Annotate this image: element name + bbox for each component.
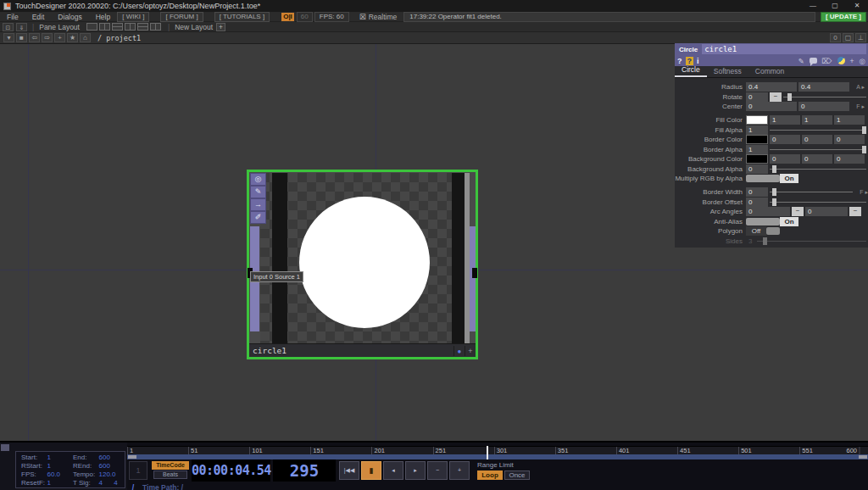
add-parameter-icon[interactable]: + bbox=[850, 57, 854, 65]
arrow-icon[interactable]: → bbox=[250, 198, 266, 211]
info-value[interactable]: 1 bbox=[47, 479, 74, 487]
range-plus-button[interactable]: + bbox=[449, 461, 470, 480]
param-field[interactable]: 0 bbox=[802, 135, 832, 144]
export-flag-tag[interactable]: A ▸ bbox=[851, 84, 865, 91]
layout-preset-button[interactable] bbox=[150, 23, 161, 31]
timecode-mode-button[interactable]: TimeCode bbox=[152, 461, 189, 470]
circle-top-node[interactable]: ◎✎→✐ Input 0 Source 1 circle1 ●+ bbox=[247, 170, 478, 359]
realtime-toggle[interactable]: ☒ Realtime bbox=[359, 13, 398, 21]
add-bookmark-icon[interactable]: + bbox=[54, 33, 65, 42]
param-slider[interactable] bbox=[757, 237, 866, 246]
param-slider[interactable] bbox=[783, 92, 866, 102]
float-window-icon[interactable]: ▢ bbox=[843, 33, 854, 42]
menu-item-file[interactable]: File bbox=[0, 13, 25, 21]
clear-icon[interactable]: ⌦ bbox=[822, 57, 832, 65]
param-slider[interactable] bbox=[770, 125, 866, 135]
param-field[interactable]: 0 bbox=[746, 92, 768, 102]
language-icon[interactable]: ◎ bbox=[860, 57, 865, 65]
step-back-button[interactable]: ◂ bbox=[383, 461, 403, 480]
toggle-on[interactable]: On bbox=[746, 174, 798, 183]
once-button[interactable]: Once bbox=[504, 471, 530, 480]
param-field[interactable]: 1 bbox=[802, 115, 832, 125]
tab-common[interactable]: Common bbox=[748, 67, 791, 77]
timeline-pane-button[interactable]: 1 bbox=[129, 461, 147, 480]
info-value[interactable]: 600 bbox=[99, 454, 125, 462]
close-icon[interactable]: ✕ bbox=[846, 0, 868, 12]
param-slider[interactable] bbox=[770, 145, 866, 154]
brush-icon[interactable]: ✐ bbox=[250, 211, 266, 224]
loop-button[interactable]: Loop bbox=[477, 471, 503, 480]
timeline-ruler[interactable]: 151101151201251301351401451501551600 bbox=[127, 446, 868, 454]
slider-handle[interactable] bbox=[763, 237, 767, 245]
param-field[interactable]: 0 bbox=[746, 102, 797, 111]
info-value[interactable]: 1 bbox=[47, 454, 74, 462]
new-layout-add-button[interactable]: + bbox=[216, 23, 225, 31]
toggle-on[interactable]: On bbox=[746, 217, 798, 226]
ladder-button[interactable]: − bbox=[770, 92, 782, 102]
range-start-handle[interactable] bbox=[128, 455, 136, 459]
param-field[interactable]: 0 bbox=[802, 154, 832, 164]
pane-type-dropdown-icon[interactable]: ▾ bbox=[3, 33, 14, 42]
forward-arrow-icon[interactable]: ⇨ bbox=[42, 33, 53, 42]
ladder-button[interactable]: − bbox=[849, 207, 861, 216]
menu-item-help[interactable]: Help bbox=[89, 13, 117, 21]
node-color-dot-icon[interactable]: ● bbox=[453, 346, 465, 356]
color-swatch[interactable] bbox=[746, 115, 768, 125]
menu-item-edit[interactable]: Edit bbox=[25, 13, 52, 21]
range-minus-button[interactable]: − bbox=[427, 461, 448, 480]
ladder-button[interactable]: − bbox=[792, 207, 804, 216]
step-forward-button[interactable]: ▸ bbox=[405, 461, 426, 480]
pin-icon[interactable]: ⊥ bbox=[855, 33, 866, 42]
python-icon[interactable] bbox=[837, 57, 845, 64]
param-field[interactable]: 1 bbox=[770, 115, 800, 125]
node-add-icon[interactable]: + bbox=[465, 346, 476, 356]
save-layout-icon[interactable]: ⇓ bbox=[16, 23, 27, 31]
layout-preset-button[interactable] bbox=[137, 23, 148, 31]
frame-display[interactable]: 295 bbox=[273, 459, 336, 482]
param-field[interactable]: 0 bbox=[746, 164, 768, 174]
python-help-icon[interactable]: ? bbox=[686, 57, 694, 65]
param-field[interactable]: 0 bbox=[834, 135, 865, 144]
slider-handle[interactable] bbox=[787, 93, 792, 101]
slider-handle[interactable] bbox=[772, 165, 776, 173]
param-field[interactable]: 0 bbox=[770, 154, 800, 164]
time-path-icon[interactable]: / bbox=[127, 483, 139, 490]
network-path[interactable]: / project1 bbox=[97, 34, 141, 42]
playhead[interactable] bbox=[487, 446, 488, 459]
param-field[interactable]: 0 bbox=[746, 198, 768, 207]
info-value[interactable]: 600 bbox=[99, 462, 125, 471]
fps-indicator[interactable]: FPS: 60 bbox=[314, 12, 349, 22]
home-icon[interactable]: ⌂ bbox=[80, 33, 91, 42]
favorites-icon[interactable]: ★ bbox=[67, 33, 78, 42]
slider-handle[interactable] bbox=[862, 126, 866, 134]
layout-preset-button[interactable] bbox=[86, 23, 97, 31]
info-icon[interactable]: i bbox=[697, 57, 699, 65]
export-flag-tag[interactable]: F ▸ bbox=[854, 189, 868, 196]
param-slider[interactable] bbox=[770, 164, 866, 174]
info-value[interactable]: 60.0 bbox=[47, 471, 74, 479]
param-field[interactable]: 1 bbox=[834, 115, 865, 125]
param-field[interactable]: 0.4 bbox=[798, 82, 849, 92]
param-field[interactable]: 0 bbox=[746, 187, 768, 197]
info-value[interactable]: 1 bbox=[47, 462, 74, 471]
param-field[interactable]: 0 bbox=[746, 207, 790, 216]
viewer-count-button[interactable]: 0 bbox=[830, 33, 841, 42]
layout-preset-button[interactable] bbox=[99, 23, 110, 31]
param-field[interactable]: 0 bbox=[770, 135, 800, 144]
param-slider[interactable] bbox=[770, 187, 853, 197]
help-icon[interactable]: ? bbox=[677, 57, 682, 65]
info-value[interactable]: 120.0 bbox=[99, 471, 125, 479]
layout-preset-button[interactable] bbox=[112, 23, 123, 31]
maximize-icon[interactable]: ▢ bbox=[824, 0, 846, 12]
node-viewer[interactable] bbox=[260, 173, 469, 344]
param-field[interactable]: 0 bbox=[805, 207, 848, 216]
back-arrow-icon[interactable]: ⇦ bbox=[29, 33, 40, 42]
slider-handle[interactable] bbox=[772, 198, 776, 206]
stop-icon[interactable]: ■ bbox=[16, 33, 27, 42]
layout-preset-button[interactable] bbox=[125, 23, 136, 31]
param-field[interactable]: 1 bbox=[746, 125, 768, 135]
export-flag-tag[interactable]: F ▸ bbox=[851, 103, 865, 110]
minimize-icon[interactable]: — bbox=[802, 0, 824, 12]
edit-comment-icon[interactable]: ✎ bbox=[798, 57, 804, 65]
tab-softness[interactable]: Softness bbox=[707, 67, 748, 77]
